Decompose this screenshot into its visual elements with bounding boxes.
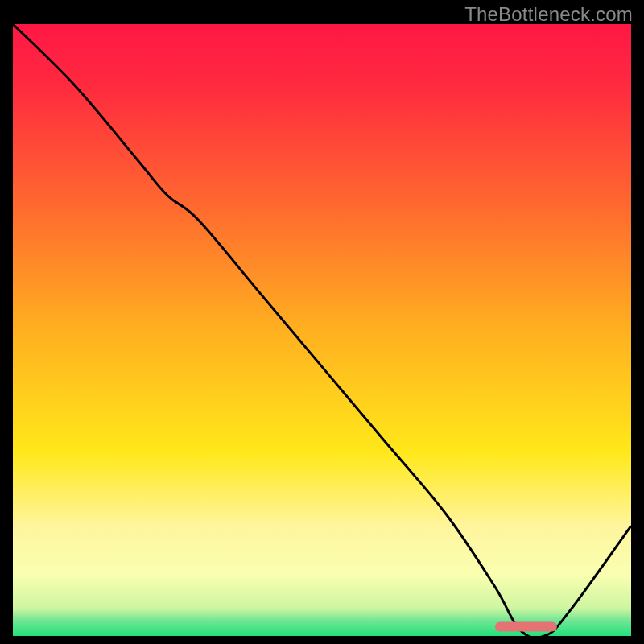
gradient-background <box>13 24 631 636</box>
chart-plot-area <box>13 24 631 636</box>
watermark-text: TheBottleneck.com <box>464 3 633 26</box>
bottleneck-chart <box>13 24 631 636</box>
optimal-range-marker <box>495 622 557 632</box>
